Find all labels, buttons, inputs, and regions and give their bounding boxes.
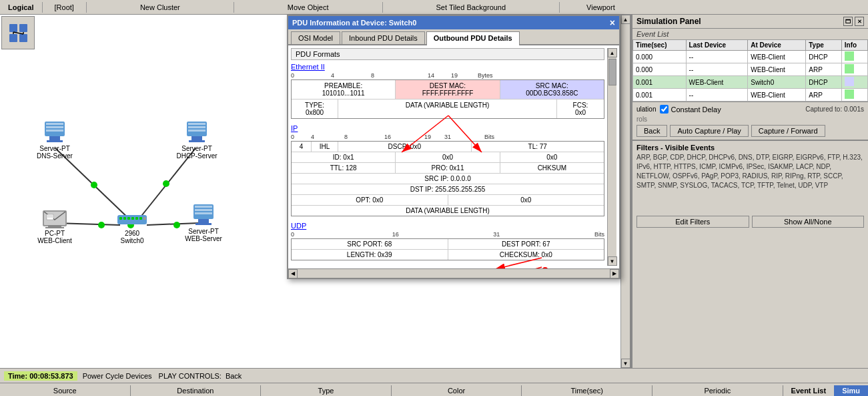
ip-label[interactable]: IP [291, 124, 604, 132]
web-server-label2: WEB-Server [177, 235, 230, 242]
menu-new-cluster[interactable]: New Cluster [87, 2, 234, 13]
power-cycle-label[interactable]: Power Cycle Devices [83, 372, 152, 380]
constant-delay-checkbox-label[interactable]: Constant Delay [660, 105, 721, 114]
pdu-scroll-up[interactable]: ▲ [608, 48, 617, 57]
svg-line-53 [495, 267, 542, 268]
event-row-1[interactable]: 0.000 -- WEB-Client ARP [633, 63, 868, 76]
sim-panel-restore-btn[interactable]: 🗖 [843, 17, 853, 26]
pdu-scroll-down[interactable]: ▼ [608, 256, 617, 266]
auto-capture-button[interactable]: Auto Capture / Play [670, 125, 748, 137]
svg-rect-3 [19, 34, 27, 42]
pdu-tabs: OSI Model Inbound PDU Details Outbound P… [288, 29, 619, 45]
logical-workspace-icon [6, 21, 30, 45]
device-dns-server[interactable]: Server-PT DNS-Server [28, 120, 81, 160]
device-web-server[interactable]: Server-PT WEB-Server [177, 203, 230, 242]
captured-to-label: Captured to: 0.001s [805, 106, 864, 113]
sim-panel-close-btn[interactable]: ✕ [855, 17, 864, 26]
svg-point-13 [98, 222, 105, 228]
capture-forward-button[interactable]: Capture / Forward [751, 125, 825, 137]
svg-point-12 [163, 180, 169, 187]
footer-simu[interactable]: Simu [834, 385, 868, 396]
pdu-hscroll-right[interactable]: ▶ [610, 269, 619, 278]
show-all-none-button[interactable]: Show All/None [752, 216, 865, 228]
footer-time[interactable]: Time(sec) [522, 385, 653, 396]
ip-data: DATA (VARIABLE LENGTH) [292, 206, 604, 216]
menu-root[interactable]: [Root] [43, 2, 87, 13]
dns-server-label2: DNS-Server [28, 152, 81, 160]
footer-destination[interactable]: Destination [131, 385, 262, 396]
event-last-dev: -- [686, 51, 748, 63]
svg-rect-19 [46, 130, 63, 132]
pdu-close-btn[interactable]: × [610, 18, 615, 27]
eth-preamble: PREAMBLE:101010...1011 [292, 80, 396, 99]
dhcp-server-label1: Server-PT [170, 145, 224, 152]
svg-rect-0 [9, 24, 17, 32]
udp-checksum: CHECKSUM: 0x0 [448, 250, 604, 260]
svg-rect-36 [119, 217, 122, 220]
footer-periodic[interactable]: Periodic [653, 385, 783, 396]
tab-osi-model[interactable]: OSI Model [291, 31, 340, 44]
device-switch0[interactable]: 2960 Switch0 [109, 212, 155, 244]
menu-set-tiled-bg[interactable]: Set Tiled Background [383, 2, 560, 13]
scroll-up-btn[interactable]: ▲ [621, 15, 630, 24]
pdu-content: PDU Formats Ethernet II 0 4 8 14 19 Byte… [288, 45, 619, 268]
back-label[interactable]: Back [226, 372, 242, 380]
udp-section: UDP 0 16 31 Bits SRC PORT: 68 DEST PORT:… [291, 222, 604, 260]
svg-rect-1 [19, 24, 27, 32]
svg-point-11 [91, 182, 97, 188]
eth-src-mac: SRC MAC:00D0.BC93.858C [500, 80, 604, 99]
col-info: Info [841, 40, 867, 51]
sim-panel-title: Simulation Panel 🗖 ✕ [632, 15, 868, 29]
event-type: DHCP [806, 51, 842, 63]
footer-bar: Source Destination Type Color Time(sec) … [0, 383, 868, 396]
event-at-dev: WEB-Client [748, 51, 806, 63]
pdu-scrollbar: ▲ ▼ [607, 48, 616, 266]
svg-rect-31 [45, 227, 64, 228]
bottom-status-bar: Time: 00:08:53.873 Power Cycle Devices P… [0, 368, 868, 383]
svg-rect-47 [198, 219, 209, 223]
event-row-2[interactable]: 0.001 WEB-Client Switch0 DHCP [633, 76, 868, 89]
filter-text: ARP, BGP, CDP, DHCP, DHCPv6, DNS, DTP, E… [636, 153, 864, 213]
footer-type[interactable]: Type [261, 385, 392, 396]
svg-rect-41 [139, 217, 142, 220]
menu-move-object[interactable]: Move Object [234, 2, 383, 13]
col-type: Type [806, 40, 842, 51]
play-controls-label: PLAY CONTROLS: [159, 372, 222, 380]
menu-viewport[interactable]: Viewport [560, 2, 642, 13]
ip-ihl: IHL [312, 142, 338, 152]
event-row-0[interactable]: 0.000 -- WEB-Client DHCP [633, 51, 868, 63]
event-info [841, 51, 867, 63]
web-client-label2: WEB-Client [28, 237, 81, 244]
svg-rect-25 [188, 130, 205, 132]
ip-version: 4 [292, 142, 312, 152]
udp-length: LENGTH: 0x39 [292, 250, 448, 260]
dns-server-label1: Server-PT [28, 145, 81, 152]
ip-chksum: CHKSUM [500, 163, 604, 173]
footer-event-list[interactable]: Event List [783, 385, 835, 396]
back-button[interactable]: Back [636, 125, 667, 137]
pdu-title-bar: PDU Information at Device: Switch0 × [288, 16, 619, 29]
tab-outbound-pdu[interactable]: Outbound PDU Details [426, 31, 520, 45]
tab-inbound-pdu[interactable]: Inbound PDU Details [342, 31, 425, 44]
svg-rect-18 [46, 126, 63, 128]
switch0-label1: 2960 [109, 230, 155, 237]
edit-filters-button[interactable]: Edit Filters [636, 216, 749, 228]
device-dhcp-server[interactable]: Server-PT DHCP-Server [170, 120, 224, 160]
constant-delay-checkbox[interactable] [660, 105, 669, 114]
footer-color[interactable]: Color [392, 385, 522, 396]
footer-source[interactable]: Source [0, 385, 131, 396]
scroll-down-btn[interactable]: ▼ [621, 359, 630, 368]
event-list-label: Event List [632, 29, 868, 39]
event-row-3[interactable]: 0.001 -- WEB-Client ARP [633, 89, 868, 102]
menu-logical[interactable]: Logical [0, 2, 43, 13]
device-web-client[interactable]: PC-PT WEB-Client [28, 205, 81, 244]
svg-rect-17 [46, 123, 63, 125]
pdu-hscroll-left[interactable]: ◀ [288, 269, 298, 278]
ethernet-label[interactable]: Ethernet II [291, 63, 604, 71]
col-time: Time(sec) [633, 40, 687, 51]
pc-icon [41, 205, 68, 228]
svg-rect-2 [9, 34, 17, 42]
udp-label[interactable]: UDP [291, 222, 604, 230]
ip-opt: OPT: 0x0 [292, 195, 448, 205]
ip-src: SRC IP: 0.0.0.0 [292, 174, 604, 184]
